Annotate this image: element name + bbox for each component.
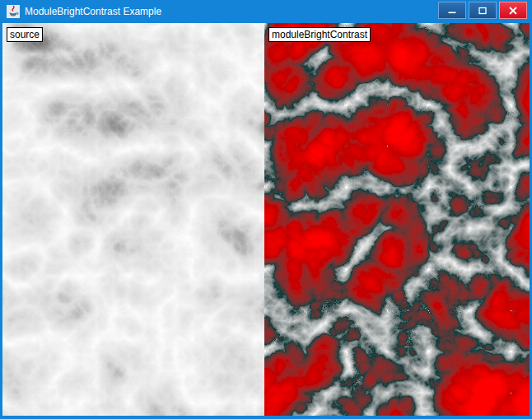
source-image-label: source bbox=[7, 27, 43, 42]
maximize-button[interactable] bbox=[469, 2, 497, 19]
java-icon bbox=[7, 5, 20, 18]
titlebar[interactable]: ModuleBrightContrast Example bbox=[2, 0, 530, 23]
minimize-icon bbox=[448, 7, 456, 15]
processed-image bbox=[264, 23, 530, 416]
maximize-icon bbox=[478, 7, 487, 15]
processed-image-label: moduleBrightContrast bbox=[268, 27, 371, 42]
content-area: source moduleBrightContrast bbox=[2, 23, 530, 416]
app-window: ModuleBrightContrast Example bbox=[0, 0, 532, 419]
window-controls bbox=[438, 0, 530, 19]
window-title: ModuleBrightContrast Example bbox=[25, 6, 161, 17]
close-icon bbox=[509, 7, 517, 15]
processed-panel: moduleBrightContrast bbox=[264, 23, 530, 416]
source-panel: source bbox=[2, 23, 264, 416]
minimize-button[interactable] bbox=[438, 2, 466, 19]
source-image bbox=[2, 23, 264, 416]
close-button[interactable] bbox=[499, 2, 527, 19]
